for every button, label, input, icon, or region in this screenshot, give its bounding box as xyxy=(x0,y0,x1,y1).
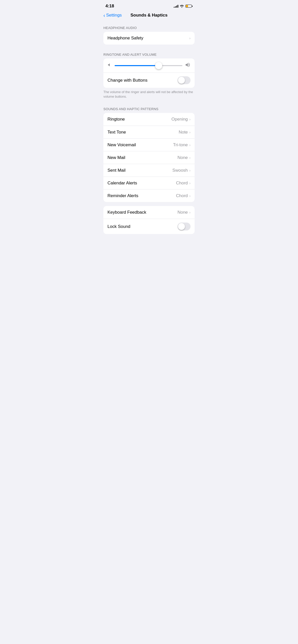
calendar-alerts-value-text: Chord xyxy=(176,181,188,186)
slider-fill xyxy=(115,65,159,66)
new-mail-row[interactable]: New Mail None › xyxy=(103,151,195,164)
new-mail-value: None › xyxy=(178,155,191,160)
signal-icon xyxy=(174,5,178,8)
calendar-alerts-value: Chord › xyxy=(176,181,191,186)
content: HEADPHONE AUDIO Headphone Safety › RINGT… xyxy=(99,22,199,234)
toggle-thumb xyxy=(178,223,185,230)
chevron-right-icon: › xyxy=(189,156,191,160)
new-mail-label: New Mail xyxy=(107,155,125,160)
calendar-alerts-row[interactable]: Calendar Alerts Chord › xyxy=(103,177,195,189)
status-bar: 4:18 xyxy=(99,0,199,11)
text-tone-label: Text Tone xyxy=(107,130,126,135)
chevron-right-icon: › xyxy=(189,181,191,185)
slider-thumb[interactable] xyxy=(155,62,162,69)
ringtone-row[interactable]: Ringtone Opening › xyxy=(103,113,195,126)
new-voicemail-row[interactable]: New Voicemail Tri-tone › xyxy=(103,138,195,151)
sounds-haptic-section-header: SOUNDS AND HAPTIC PATTERNS xyxy=(99,103,199,113)
chevron-right-icon: › xyxy=(189,168,191,172)
page-title: Sounds & Haptics xyxy=(130,13,167,18)
chevron-right-icon: › xyxy=(189,130,191,134)
new-voicemail-value-text: Tri-tone xyxy=(173,142,188,148)
wifi-icon xyxy=(180,5,184,8)
ringtone-volume-section-header: RINGTONE AND ALERT VOLUME xyxy=(99,49,199,58)
chevron-right-icon: › xyxy=(189,117,191,121)
change-with-buttons-label: Change with Buttons xyxy=(107,78,147,83)
change-with-buttons-toggle[interactable] xyxy=(178,76,191,84)
speaker-low-icon xyxy=(107,63,112,68)
headphone-safety-label: Headphone Safety xyxy=(107,36,143,41)
sent-mail-label: Sent Mail xyxy=(107,168,126,173)
status-icons xyxy=(174,5,193,8)
sounds-haptic-card: Ringtone Opening › Text Tone Note › New … xyxy=(103,113,195,202)
sent-mail-row[interactable]: Sent Mail Swoosh › xyxy=(103,164,195,177)
ringtone-value: Opening › xyxy=(171,117,191,122)
headphone-audio-section-header: HEADPHONE AUDIO xyxy=(99,22,199,32)
status-time: 4:18 xyxy=(105,4,114,9)
reminder-alerts-row[interactable]: Reminder Alerts Chord › xyxy=(103,189,195,202)
text-tone-row[interactable]: Text Tone Note › xyxy=(103,126,195,138)
lock-sound-toggle[interactable] xyxy=(178,223,191,230)
headphone-safety-row[interactable]: Headphone Safety › xyxy=(103,32,195,45)
new-voicemail-label: New Voicemail xyxy=(107,142,136,148)
battery-icon xyxy=(185,5,193,8)
keyboard-feedback-row[interactable]: Keyboard Feedback None › xyxy=(103,206,195,219)
volume-slider[interactable] xyxy=(115,65,182,66)
back-chevron-icon: ‹ xyxy=(103,13,105,18)
back-button[interactable]: ‹ Settings xyxy=(103,13,122,18)
volume-helper-text: The volume of the ringer and alerts will… xyxy=(99,88,199,103)
text-tone-value: Note › xyxy=(179,130,191,135)
lock-sound-row[interactable]: Lock Sound xyxy=(103,219,195,234)
sent-mail-value-text: Swoosh xyxy=(172,168,188,173)
reminder-alerts-value: Chord › xyxy=(176,193,191,198)
new-voicemail-value: Tri-tone › xyxy=(173,142,191,148)
headphone-audio-card: Headphone Safety › xyxy=(103,32,195,45)
chevron-right-icon: › xyxy=(189,194,191,198)
calendar-alerts-label: Calendar Alerts xyxy=(107,181,137,186)
lock-sound-label: Lock Sound xyxy=(107,224,130,229)
reminder-alerts-label: Reminder Alerts xyxy=(107,193,138,198)
back-label: Settings xyxy=(106,13,122,18)
text-tone-value-text: Note xyxy=(179,130,188,135)
keyboard-feedback-value-text: None xyxy=(178,210,188,215)
ringtone-label: Ringtone xyxy=(107,117,125,122)
chevron-right-icon: › xyxy=(189,210,191,214)
chevron-right-icon: › xyxy=(189,36,191,40)
speaker-high-icon xyxy=(185,62,191,69)
new-mail-value-text: None xyxy=(178,155,188,160)
nav-bar: ‹ Settings Sounds & Haptics xyxy=(99,11,199,22)
sent-mail-value: Swoosh › xyxy=(172,168,191,173)
reminder-alerts-value-text: Chord xyxy=(176,193,188,198)
toggle-thumb xyxy=(178,77,185,84)
chevron-right-icon: › xyxy=(189,143,191,147)
change-with-buttons-row[interactable]: Change with Buttons xyxy=(103,72,195,88)
ringtone-value-text: Opening xyxy=(171,117,188,122)
keyboard-feedback-value: None › xyxy=(178,210,191,215)
headphone-safety-value: › xyxy=(189,36,191,40)
keyboard-feedback-label: Keyboard Feedback xyxy=(107,210,146,215)
feedback-card: Keyboard Feedback None › Lock Sound xyxy=(103,206,195,234)
volume-slider-row xyxy=(103,58,195,72)
ringtone-volume-card: Change with Buttons xyxy=(103,58,195,88)
